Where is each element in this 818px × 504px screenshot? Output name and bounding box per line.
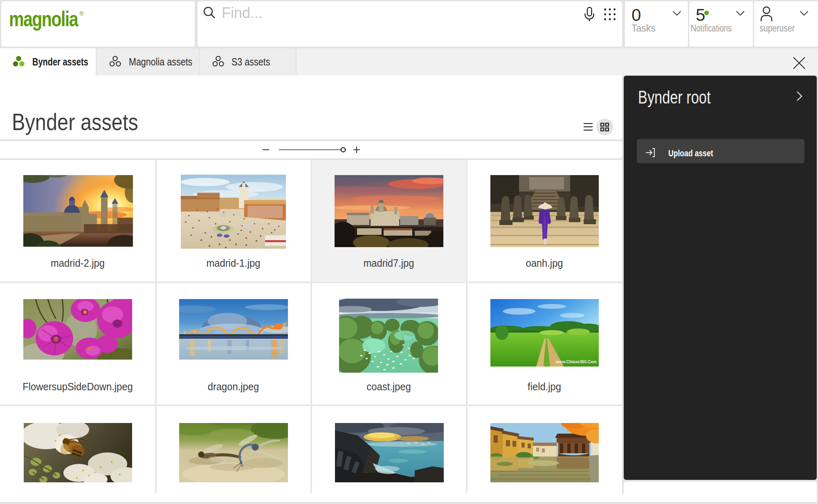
svg-text:magnolia: magnolia [9,7,79,31]
svg-text:www.Chiase360.Com: www.Chiase360.Com [555,360,597,364]
svg-text:®: ® [79,10,84,17]
